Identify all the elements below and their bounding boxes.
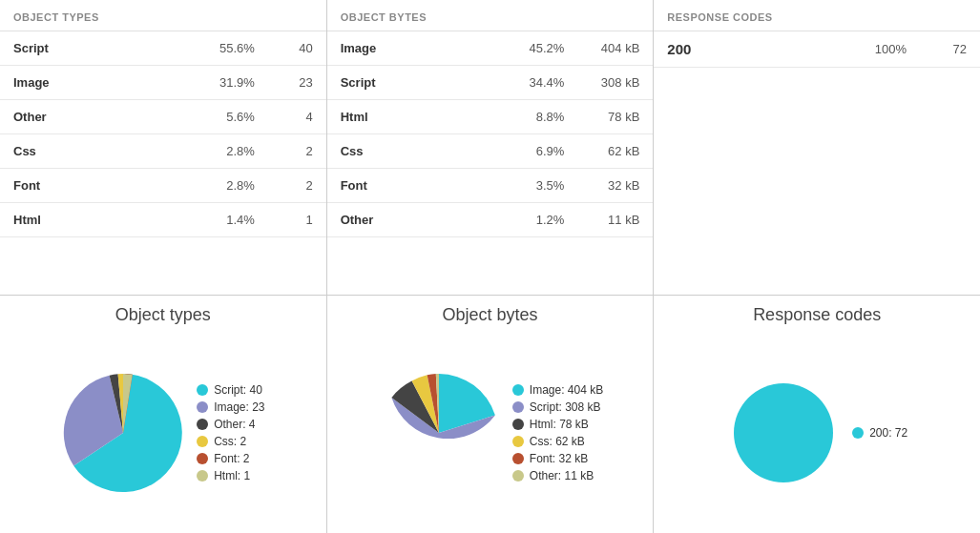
row-size: 11 kB xyxy=(577,203,653,237)
table-row: Image31.9%23 xyxy=(0,66,326,100)
legend-item: Image: 404 kB xyxy=(512,383,603,397)
row-label: 200 xyxy=(654,31,833,68)
row-count: 40 xyxy=(268,31,326,66)
row-pct: 3.5% xyxy=(507,169,578,203)
row-pct: 31.9% xyxy=(179,66,268,100)
object-bytes-chart-area: Image: 404 kBScript: 308 kBHtml: 78 kBCs… xyxy=(327,333,654,533)
response-codes-table: 200100%72 xyxy=(654,31,980,68)
response-codes-panel: RESPONSE CODES 200100%72 xyxy=(654,0,980,295)
legend-item: Font: 2 xyxy=(197,452,264,465)
legend-item: Css: 62 kB xyxy=(512,435,603,448)
object-bytes-header: OBJECT BYTES xyxy=(327,0,654,31)
row-label: Css xyxy=(327,134,507,169)
legend-item: Script: 40 xyxy=(197,383,264,397)
row-size: 32 kB xyxy=(577,169,653,203)
row-size: 62 kB xyxy=(577,134,653,169)
row-count: 23 xyxy=(268,66,326,100)
row-label: Script xyxy=(327,66,507,100)
legend-item: Font: 32 kB xyxy=(512,452,603,465)
row-count: 2 xyxy=(268,169,326,203)
response-codes-chart-title: Response codes xyxy=(753,305,881,325)
legend-label: Css: 62 kB xyxy=(530,435,585,448)
table-row: Other5.6%4 xyxy=(0,100,326,134)
legend-item: Other: 4 xyxy=(197,418,264,431)
legend-label: Font: 2 xyxy=(214,452,249,465)
row-pct: 34.4% xyxy=(507,66,578,100)
legend-dot xyxy=(512,384,524,396)
row-pct: 6.9% xyxy=(507,134,578,169)
row-size: 78 kB xyxy=(577,100,653,134)
legend-item: Image: 23 xyxy=(197,400,264,414)
legend-label: Html: 78 kB xyxy=(530,418,589,431)
object-bytes-chart-title: Object bytes xyxy=(442,305,537,325)
object-types-chart-panel: Object types xyxy=(0,296,327,533)
legend-dot xyxy=(852,427,864,439)
table-row: Other1.2%11 kB xyxy=(327,203,654,237)
object-types-pie xyxy=(61,371,185,495)
table-row: Script34.4%308 kB xyxy=(327,66,654,100)
legend-dot xyxy=(512,470,524,482)
legend-dot xyxy=(512,453,524,464)
svg-point-0 xyxy=(734,383,833,482)
object-bytes-legend: Image: 404 kBScript: 308 kBHtml: 78 kBCs… xyxy=(512,383,603,482)
legend-label: Html: 1 xyxy=(214,469,250,482)
table-row: Image45.2%404 kB xyxy=(327,31,654,66)
row-size: 404 kB xyxy=(577,31,653,66)
legend-label: Other: 4 xyxy=(214,418,255,431)
row-pct: 2.8% xyxy=(179,169,268,203)
row-pct: 45.2% xyxy=(507,31,578,66)
row-count: 2 xyxy=(268,134,326,169)
legend-dot xyxy=(197,401,208,413)
row-label: Other xyxy=(0,100,179,134)
legend-label: Script: 308 kB xyxy=(530,400,601,414)
object-types-header: OBJECT TYPES xyxy=(0,0,326,31)
row-pct: 100% xyxy=(833,31,920,68)
table-row: Font3.5%32 kB xyxy=(327,169,654,203)
response-codes-chart-panel: Response codes 200: 72 xyxy=(654,296,980,533)
object-types-chart-title: Object types xyxy=(115,305,211,325)
legend-dot xyxy=(512,436,524,447)
legend-label: Css: 2 xyxy=(214,435,246,448)
response-codes-pie xyxy=(726,376,841,490)
row-label: Other xyxy=(327,203,507,237)
row-pct: 55.6% xyxy=(179,31,268,66)
row-label: Html xyxy=(327,100,507,134)
table-row: Font2.8%2 xyxy=(0,169,326,203)
row-label: Image xyxy=(327,31,507,66)
legend-dot xyxy=(512,401,524,413)
legend-label: Image: 404 kB xyxy=(530,383,603,397)
legend-item: Other: 11 kB xyxy=(512,469,603,482)
row-pct: 1.2% xyxy=(507,203,578,237)
object-bytes-pie xyxy=(377,371,501,495)
table-row: Html8.8%78 kB xyxy=(327,100,654,134)
table-row: Css2.8%2 xyxy=(0,134,326,169)
response-codes-legend: 200: 72 xyxy=(852,426,907,440)
response-codes-chart-area: 200: 72 xyxy=(654,333,980,533)
legend-dot xyxy=(197,436,208,447)
row-label: Html xyxy=(0,203,179,237)
legend-item: 200: 72 xyxy=(852,426,907,440)
legend-label: 200: 72 xyxy=(869,426,907,440)
legend-item: Script: 308 kB xyxy=(512,400,603,414)
table-row: Html1.4%1 xyxy=(0,203,326,237)
legend-item: Css: 2 xyxy=(197,435,264,448)
legend-label: Image: 23 xyxy=(214,400,264,414)
row-label: Css xyxy=(0,134,179,169)
legend-dot xyxy=(197,470,208,482)
row-label: Script xyxy=(0,31,179,66)
row-count: 72 xyxy=(920,31,980,68)
legend-dot xyxy=(512,419,524,430)
table-row: Script55.6%40 xyxy=(0,31,326,66)
row-count: 1 xyxy=(268,203,326,237)
row-count: 4 xyxy=(268,100,326,134)
object-bytes-panel: OBJECT BYTES Image45.2%404 kBScript34.4%… xyxy=(327,0,655,295)
legend-dot xyxy=(197,384,208,396)
response-codes-header: RESPONSE CODES xyxy=(654,0,980,31)
legend-dot xyxy=(197,453,208,464)
row-size: 308 kB xyxy=(577,66,653,100)
object-types-chart-area: Script: 40Image: 23Other: 4Css: 2Font: 2… xyxy=(0,333,326,533)
legend-dot xyxy=(197,419,208,430)
legend-item: Html: 78 kB xyxy=(512,418,603,431)
row-label: Image xyxy=(0,66,179,100)
table-row: 200100%72 xyxy=(654,31,980,68)
